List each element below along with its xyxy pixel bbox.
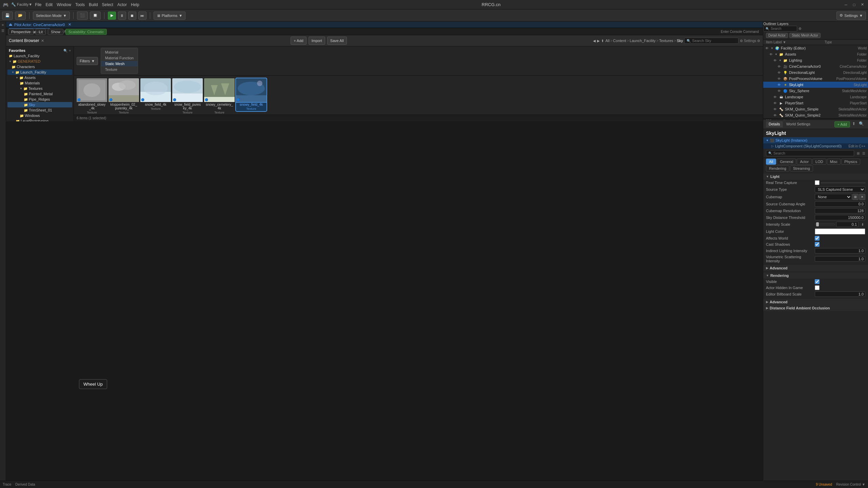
ol-item-camera[interactable]: 👁 🎥 CineCameraActor0 CineCameraActor	[763, 63, 868, 69]
selection-mode-btn[interactable]: Selection Mode ▼	[33, 12, 70, 20]
menu-window[interactable]: Window	[57, 2, 71, 7]
filters-dropdown-btn[interactable]: Filters ▼	[77, 57, 98, 65]
search-icon-small[interactable]: 🔍	[63, 49, 67, 53]
eye-skysphere[interactable]: 👁	[777, 88, 782, 93]
cb-close-btn[interactable]: ✕	[41, 39, 44, 43]
cb-search-box[interactable]: 🔍	[684, 38, 738, 44]
menu-select[interactable]: Select	[102, 2, 113, 7]
transform-btn[interactable]: ⬛	[77, 12, 88, 20]
menu-build[interactable]: Build	[89, 2, 98, 7]
tree-characters[interactable]: 📁 Characters	[7, 64, 72, 69]
tree-windows[interactable]: 📁 Windows	[7, 113, 72, 118]
filter-lod[interactable]: LOD	[812, 159, 826, 165]
cubemap-dropdown[interactable]: None	[815, 194, 852, 200]
menu-tools[interactable]: Tools	[75, 2, 85, 7]
play-btn[interactable]: ▶	[108, 12, 116, 20]
eye-lighting[interactable]: 👁	[773, 58, 777, 63]
asset-kloppenheim[interactable]: 🔵 kloppenheim_02_purenky_4k Texture	[108, 78, 139, 115]
tree-materials[interactable]: 📁 Materials	[7, 80, 72, 86]
path-content[interactable]: Content	[613, 39, 626, 43]
asset-abandoned[interactable]: 🔵 abandoned_slowy_4k Texture	[77, 78, 107, 115]
skylight-instance-row[interactable]: ▼ ⬛ SkyLight (Instance)	[763, 137, 868, 143]
detail-actor-tag[interactable]: Detail Actor	[766, 33, 788, 38]
eye-dirlight[interactable]: 👁	[777, 70, 782, 75]
filter-streaming[interactable]: Streaming	[790, 165, 813, 171]
intensity-value[interactable]	[836, 222, 859, 227]
menu-edit[interactable]: Edit	[46, 2, 53, 7]
outliner-settings-icon[interactable]: ⚙	[798, 27, 802, 30]
add-favorite-icon[interactable]: +	[69, 49, 71, 53]
cb-search-input[interactable]	[692, 39, 733, 43]
filter-all[interactable]: All	[766, 159, 776, 165]
light-color-swatch[interactable]	[815, 228, 865, 235]
tree-pipe-ridges[interactable]: 📁 Pipe_Ridges	[7, 97, 72, 102]
source-type-dropdown[interactable]: SLS Captured Scene	[815, 186, 865, 192]
derived-data-btn[interactable]: Derived Data	[15, 483, 35, 486]
ol-item-assets[interactable]: 👁 ▼ 📁 Assets Folder	[763, 51, 868, 57]
save-btn[interactable]: 💾	[2, 12, 13, 20]
left-panel-icon2[interactable]: ☰	[1, 29, 4, 33]
pilot-close-icon[interactable]: ✕	[68, 22, 71, 27]
tree-trimsheet[interactable]: 📁 TrimSheet_01	[7, 107, 72, 113]
cb-filter-toggle[interactable]: ⚙ Settings ⚙	[740, 39, 760, 43]
minimize-btn[interactable]: ─	[843, 2, 849, 8]
cb-save-all-btn[interactable]: Save All	[327, 37, 347, 45]
close-btn[interactable]: ✕	[859, 2, 865, 8]
path-textures[interactable]: Textures	[659, 39, 673, 43]
filter-material[interactable]: Material	[101, 49, 138, 55]
cubemap-res-input[interactable]	[815, 208, 865, 214]
filter-misc[interactable]: Misc	[827, 159, 841, 165]
sky-dist-input[interactable]	[815, 215, 865, 220]
filter-texture[interactable]: Texture	[101, 67, 138, 72]
hidden-game-checkbox[interactable]	[815, 285, 820, 290]
tree-sky[interactable]: 📁 Sky	[7, 102, 72, 107]
left-panel-icon1[interactable]: ≡	[2, 23, 4, 27]
pilot-eject-icon[interactable]: ⏏	[9, 22, 12, 27]
nav-icon3[interactable]: ⬆	[601, 39, 604, 43]
trace-btn[interactable]: Trace	[3, 483, 11, 486]
outliner-search-input[interactable]	[771, 27, 794, 30]
filter-static-mesh[interactable]: Static Mesh	[101, 61, 138, 66]
tree-assets[interactable]: ▼ 📁 Assets	[7, 75, 72, 80]
details-search-box[interactable]: 🔍	[766, 150, 854, 156]
ol-item-ppv[interactable]: 👁 📦 PostProcessVolume PostProcessVolume	[763, 76, 868, 82]
asset-snow-field-puresky[interactable]: 🔵 snow_field_puresky_4k Texture	[172, 78, 203, 115]
filter-physics[interactable]: Physics	[841, 159, 860, 165]
menu-file[interactable]: File	[35, 2, 41, 7]
path-sky[interactable]: Sky	[677, 39, 683, 43]
filter-actor[interactable]: Actor	[797, 159, 812, 165]
visible-checkbox[interactable]	[815, 279, 820, 284]
cb-import-btn[interactable]: Import	[309, 37, 325, 45]
tree-launch-facility-fav[interactable]: 📁 Launch_Facility	[7, 53, 72, 59]
billboard-scale-input[interactable]	[815, 291, 865, 297]
platforms-btn[interactable]: 🖥 Platforms ▼	[154, 12, 185, 20]
revision-control-btn[interactable]: Revision Control ▼	[836, 483, 865, 486]
open-btn[interactable]: 📂	[15, 12, 26, 20]
details-list-icon[interactable]: ☰	[862, 151, 865, 155]
ol-item-skm2[interactable]: 👁 🦴 SKM_Quinn_Simple2 SkeletalMeshActor	[763, 112, 868, 118]
stop-btn[interactable]: ⏹	[128, 12, 136, 20]
edit-cpp-btn[interactable]: Edit in C++	[849, 144, 865, 148]
skip-btn[interactable]: ⏭	[138, 12, 146, 20]
tab-outliner[interactable]: Outliner	[763, 22, 776, 26]
perspective-btn[interactable]: Perspective	[8, 29, 34, 35]
menu-help[interactable]: Help	[131, 2, 139, 7]
nav-icon2[interactable]: ▶	[597, 39, 600, 43]
outliner-search[interactable]: 🔍	[763, 26, 797, 32]
tree-levelprototyping[interactable]: 📁 LevelPrototyping	[7, 118, 72, 121]
ol-item-playerstart[interactable]: 👁 ▶ PlayerStart PlayerStart	[763, 100, 868, 106]
rtc-checkbox[interactable]	[815, 180, 820, 185]
tab-layers[interactable]: Layers	[777, 22, 789, 26]
cubemap-clear-btn[interactable]: ✕	[859, 194, 865, 200]
details-add-btn[interactable]: + Add	[834, 121, 850, 127]
eye-skylight[interactable]: 👁	[777, 82, 782, 87]
eye-facility[interactable]: 👁	[765, 46, 769, 50]
tab-world-settings[interactable]: World Settings	[784, 121, 813, 127]
eye-camera[interactable]: 👁	[777, 64, 782, 69]
eye-skm1[interactable]: 👁	[773, 107, 777, 111]
rendering-section-header[interactable]: ▼ Rendering	[763, 272, 868, 279]
menu-actor[interactable]: Actor	[117, 2, 127, 7]
ol-item-lighting[interactable]: 👁 ▼ 📁 Lighting Folder	[763, 57, 868, 63]
eye-playerstart[interactable]: 👁	[773, 101, 777, 105]
vol-scatter-input[interactable]	[815, 256, 865, 262]
